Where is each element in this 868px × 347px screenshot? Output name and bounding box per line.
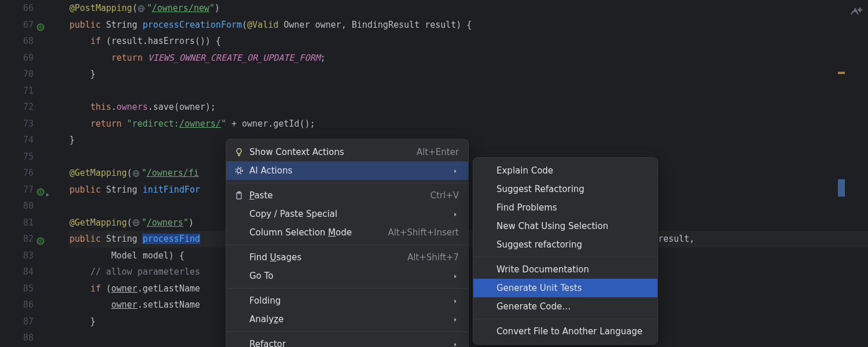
menu-label: Suggest Refactoring [496,184,648,194]
blank-icon [480,301,492,312]
menu-label: Refactor [249,339,445,347]
line-number: 88 [0,330,34,346]
web-icon[interactable] [36,186,44,194]
menu-item-refactor[interactable]: Refactor [226,335,468,347]
web-icon[interactable] [36,21,44,29]
menu-label: Write Documentation [496,264,648,275]
blank-icon [233,227,245,238]
menu-item-convert-file-to-another-language[interactable]: Convert File to Another Language [473,322,657,341]
menu-item-ai-actions[interactable]: AI Actions [226,161,468,180]
line-number: 85 [0,280,34,297]
code-line[interactable]: } [69,313,868,330]
code-line[interactable]: @PostMapping("/owners/new") [69,0,868,17]
line-number: 70 [0,66,34,83]
code-line[interactable] [69,83,868,99]
line-number: 68 [0,33,34,50]
line-number: 71 [0,83,34,99]
line-number: 74 [0,132,34,149]
line-number: 69 [0,50,34,67]
blank-icon [233,295,245,307]
submenu-arrow-icon [453,271,459,281]
svg-point-22 [236,167,242,174]
line-number: 76 [0,165,34,182]
svg-point-21 [237,169,241,173]
blank-icon [233,313,245,325]
menu-label: Find Problems [496,202,648,213]
menu-separator [473,257,657,257]
code-line[interactable]: public String processFind [69,231,868,248]
code-line[interactable]: if (result.hasErrors()) { [69,33,868,50]
menu-label: Show Context Actions [249,147,403,157]
minimap-warning-mark[interactable] [838,72,845,74]
menu-item-analyze[interactable]: Analyze [226,310,468,328]
code-line[interactable]: public String processCreationForm(@Valid… [69,17,868,34]
line-number: 73 [0,116,34,132]
blank-icon [480,264,492,275]
code-line[interactable] [69,198,868,215]
menu-label: Go To [249,271,445,281]
web-globe-icon [132,219,140,227]
menu-shortcut: Ctrl+V [430,190,459,201]
blank-icon [233,270,245,282]
code-line[interactable]: return VIEWS_OWNER_CREATE_OR_UPDATE_FORM… [69,50,868,67]
menu-label: Generate Unit Tests [496,283,648,293]
submenu-arrow-icon [453,296,459,306]
menu-item-find-problems[interactable]: Find Problems [473,198,657,217]
line-number: 72 [0,99,34,116]
menu-item-write-documentation[interactable]: Write Documentation [473,260,657,279]
blank-icon [233,208,245,220]
submenu-arrow-icon [453,209,459,219]
code-line[interactable]: @GetMapping("/owners") [69,215,868,231]
web-globe-icon [137,5,145,13]
menu-item-go-to[interactable]: Go To [226,267,468,285]
line-number: 66 [0,0,34,17]
ai-actions-submenu[interactable]: Explain CodeSuggest RefactoringFind Prob… [473,157,658,345]
line-number: 82 [0,231,34,248]
code-line[interactable]: Model model) { [69,248,868,264]
blank-icon [480,239,492,250]
menu-item-show-context-actions[interactable]: Show Context ActionsAlt+Enter [226,143,468,161]
line-number: 84 [0,264,34,280]
web-globe-icon [132,169,140,178]
menu-item-explain-code[interactable]: Explain Code [473,161,657,180]
submenu-arrow-icon [453,314,459,324]
menu-label: New Chat Using Selection [496,221,648,231]
code-line[interactable] [69,330,868,346]
submenu-arrow-icon [453,339,459,347]
menu-item-find-usages[interactable]: Find UsagesAlt+Shift+7 [226,248,468,267]
code-line[interactable] [69,149,868,165]
menu-item-folding[interactable]: Folding [226,291,468,310]
code-line[interactable]: return "redirect:/owners/" + owner.getId… [69,116,868,132]
menu-item-paste[interactable]: PasteCtrl+V [226,186,468,205]
code-line[interactable]: if (owner.getLastName [69,280,868,297]
bulb-icon [233,146,245,158]
line-number: 75 [0,149,34,165]
blank-icon [480,183,492,195]
menu-item-suggest-refactoring[interactable]: Suggest refactoring [473,235,657,254]
code-line[interactable]: // allow parameterles [69,264,868,280]
menu-item-new-chat-using-selection[interactable]: New Chat Using Selection [473,217,657,235]
menu-item-column-selection-mode[interactable]: Column Selection ModeAlt+Shift+Insert [226,223,468,242]
minimap-selection-mark[interactable] [838,179,845,197]
menu-item-generate-code[interactable]: Generate Code… [473,297,657,316]
code-line[interactable]: } [69,66,868,83]
editor-context-menu[interactable]: Show Context ActionsAlt+EnterAI ActionsP… [226,139,469,347]
menu-item-copy-paste-special[interactable]: Copy / Paste Special [226,205,468,223]
code-line[interactable]: owner.setLastName [69,297,868,313]
menu-separator [226,331,468,332]
code-line[interactable]: @GetMapping("/owners/fi [69,165,868,182]
menu-shortcut: Alt+Shift+7 [407,252,459,263]
menu-item-suggest-refactoring[interactable]: Suggest Refactoring [473,180,657,198]
web-icon[interactable] [36,235,44,243]
code-line[interactable]: this.owners.save(owner); [69,99,868,116]
menu-separator [226,288,468,289]
menu-item-generate-unit-tests[interactable]: Generate Unit Tests [473,279,657,297]
ai-assistant-icon[interactable] [849,5,863,19]
blank-icon [233,338,245,347]
code-line[interactable]: public String initFindFor [69,182,868,198]
menu-separator [473,319,657,319]
code-line[interactable]: } [69,132,868,149]
blank-icon [480,165,492,176]
line-number: 67 [0,17,34,34]
menu-label: Find Usages [249,252,393,263]
